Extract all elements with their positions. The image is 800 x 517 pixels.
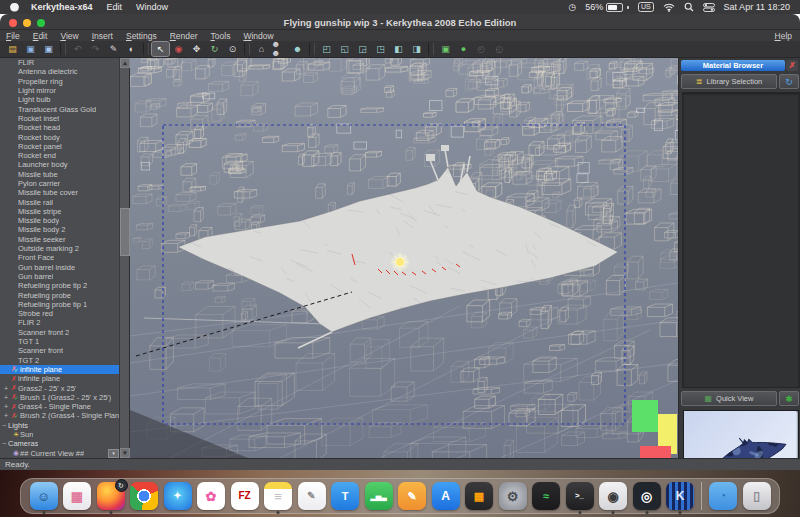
dock-trash[interactable]: ▯ ↻	[741, 479, 772, 513]
tree-item-flir-2[interactable]: FLIR 2 ▾	[0, 318, 120, 327]
tree-item-launcher-body[interactable]: Launcher body ▾	[0, 160, 120, 169]
tree-item-light-mirror[interactable]: Light mirror ▾	[0, 86, 120, 95]
view-top-button[interactable]: ◧	[390, 42, 407, 56]
menu-settings[interactable]: Settings	[126, 31, 157, 41]
view-left-button[interactable]: ◲	[354, 42, 371, 56]
start-render-button[interactable]: ▣	[437, 42, 454, 56]
macos-menu-edit[interactable]: Edit	[107, 2, 123, 12]
quick-view-settings-button[interactable]: ✱	[779, 391, 799, 406]
dock-filezilla[interactable]: FZ ↻	[229, 479, 260, 513]
refresh-button[interactable]: ↻	[779, 74, 799, 89]
camera-home-button[interactable]: ⌂	[253, 42, 270, 56]
material-browser-header[interactable]: Material Browser	[681, 60, 785, 71]
zoom-tool-button[interactable]: ⊙	[224, 42, 241, 56]
pan-tool-button[interactable]: ✥	[188, 42, 205, 56]
tree-item-rocket-head[interactable]: Rocket head ▾	[0, 123, 120, 132]
tree-item-refueling-probe-tip-1[interactable]: Refueling probe tip 1 ▾	[0, 300, 120, 309]
dock-textedit[interactable]: ✎ ↻	[296, 479, 327, 513]
tree-item-gun-barrel[interactable]: Gun barrel ▾	[0, 272, 120, 281]
select-tool-button[interactable]: ↖	[152, 42, 169, 56]
tree-item-strobe-red[interactable]: Strobe red ▾	[0, 309, 120, 318]
scrollbar-thumb[interactable]	[120, 208, 130, 256]
tree-item-grass4[interactable]: + ✗ Grass4 - Single Plane ▾	[0, 402, 120, 411]
tree-item-propeller-ring[interactable]: Propeller ring ▾	[0, 77, 120, 86]
library-selection-button[interactable]: ≣ Library Selection	[681, 74, 777, 89]
keyboard-layout-badge[interactable]: US	[638, 2, 654, 12]
apple-logo-icon[interactable]	[10, 3, 19, 12]
menu-window[interactable]: Window	[243, 31, 273, 41]
panel-close-icon[interactable]: ✗	[786, 60, 798, 71]
scroll-up-button[interactable]: ▲	[120, 58, 130, 68]
dock-screenshot[interactable]: ◉ ↻	[598, 479, 629, 513]
tree-item-infinite-plane[interactable]: ✗ infinite plane ▾	[0, 374, 120, 383]
tree-item-front-face[interactable]: Front Face ▾	[0, 253, 120, 262]
material-list-empty[interactable]	[682, 92, 800, 388]
menu-help[interactable]: Help	[775, 31, 792, 41]
tree-item-outside-marking-2[interactable]: Outside marking 2 ▾	[0, 244, 120, 253]
tree-item-missile-body[interactable]: Missile body ▾	[0, 216, 120, 225]
tree-item-missile-seeker[interactable]: Missile seeker ▾	[0, 235, 120, 244]
viewport-3d[interactable]	[130, 58, 678, 458]
view-bottom-button[interactable]: ◨	[408, 42, 425, 56]
tree-expander-icon[interactable]: −	[0, 422, 8, 429]
dock-pages[interactable]: ✎ ↻	[397, 479, 428, 513]
tree-item-rocket-inset[interactable]: Rocket inset ▾	[0, 114, 120, 123]
redo-button[interactable]: ↷	[87, 42, 104, 56]
macos-menu-window[interactable]: Window	[136, 2, 168, 12]
tree-item-refueling-probe-tip-2[interactable]: Refueling probe tip 2 ▾	[0, 281, 120, 290]
sidebar-scrollbar[interactable]: ▲ ▼	[119, 58, 129, 458]
pause-render-button[interactable]: ◴	[473, 42, 490, 56]
tree-expander-icon[interactable]: +	[2, 385, 10, 392]
spotlight-search-icon[interactable]	[684, 2, 694, 12]
tree-item-pylon-carrier[interactable]: Pylon carrier ▾	[0, 179, 120, 188]
tree-item-scanner-front-2[interactable]: Scanner front 2 ▾	[0, 328, 120, 337]
menu-file[interactable]: File	[6, 31, 20, 41]
tree-item-light-bulb[interactable]: Light bulb ▾	[0, 95, 120, 104]
tree-item-gun-barrel-inside[interactable]: Gun barrel inside ▾	[0, 263, 120, 272]
wifi-icon[interactable]	[663, 3, 675, 12]
tree-item-grass2[interactable]: + ✗ Grass2 - 25' x 25' ▾	[0, 383, 120, 392]
tree-item-missile-body-2[interactable]: Missile body 2 ▾	[0, 225, 120, 234]
macos-app-menu[interactable]: Kerkythea-x64	[31, 2, 93, 12]
orbit-tool-button[interactable]: ◉	[170, 42, 187, 56]
viewport-canvas[interactable]	[130, 58, 678, 458]
view-right-button[interactable]: ◳	[372, 42, 389, 56]
tree-item-rocket-end[interactable]: Rocket end ▾	[0, 151, 120, 160]
dock-finder[interactable]: ☺ ↻	[28, 479, 59, 513]
dock-keynote[interactable]: T ↻	[330, 479, 361, 513]
tree-item-scanner-front[interactable]: Scanner front ▾	[0, 346, 120, 355]
dock-activity-monitor[interactable]: ≈ ↻	[531, 479, 562, 513]
dock-downloads-folder[interactable]: ◔ ↻	[708, 479, 739, 513]
tree-section-cameras[interactable]: − Cameras ▾	[0, 439, 120, 448]
render-sphere-button[interactable]: ●	[455, 42, 472, 56]
view-dropdown-button[interactable]: ▾	[108, 449, 119, 458]
dock-photos[interactable]: ✿ ↻	[196, 479, 227, 513]
dock-numbers[interactable]: ▂▅▃ ↻	[363, 479, 394, 513]
tree-item-missile-tube-cover[interactable]: Missile tube cover ▾	[0, 188, 120, 197]
tree-item-rocket-panel[interactable]: Rocket panel ▾	[0, 142, 120, 151]
view-front-button[interactable]: ◰	[318, 42, 335, 56]
view-back-button[interactable]: ◱	[336, 42, 353, 56]
clock-menu-icon[interactable]: ◷	[569, 2, 577, 12]
tree-item-missile-rail[interactable]: Missile rail ▾	[0, 197, 120, 206]
tree-item-infinite-plane-selected[interactable]: ✗ ✓ infinite plane ▾	[0, 365, 120, 374]
tree-item-rocket-body[interactable]: Rocket body ▾	[0, 132, 120, 141]
menu-render[interactable]: Render	[170, 31, 198, 41]
dock-terminal[interactable]: >_ ↻	[564, 479, 595, 513]
tree-item-missile-stripe[interactable]: Missile stripe ▾	[0, 207, 120, 216]
tree-expander-icon[interactable]: −	[0, 440, 8, 447]
spin-tool-button[interactable]: ↻	[206, 42, 223, 56]
dock-system-settings[interactable]: ⚙ ↻	[497, 479, 528, 513]
open-file-button[interactable]: ▤	[4, 42, 21, 56]
viewers-button[interactable]: ☻☻	[271, 42, 288, 56]
scroll-down-button[interactable]: ▼	[120, 448, 130, 458]
tree-item-antenna-dielectric[interactable]: Antenna dielectric ▾	[0, 67, 120, 76]
tree-expander-icon[interactable]: +	[2, 394, 10, 401]
tree-item-tgt-2[interactable]: TGT 2 ▾	[0, 356, 120, 365]
dock-safari[interactable]: ✦ ↻	[162, 479, 193, 513]
dock-kerkythea[interactable]: K ↻	[665, 479, 696, 513]
dock-obs[interactable]: ◎ ↻	[631, 479, 662, 513]
dock-calculator[interactable]: ▦ ↻	[464, 479, 495, 513]
dock-app-store[interactable]: A ↻	[430, 479, 461, 513]
control-center-icon[interactable]	[703, 3, 715, 12]
